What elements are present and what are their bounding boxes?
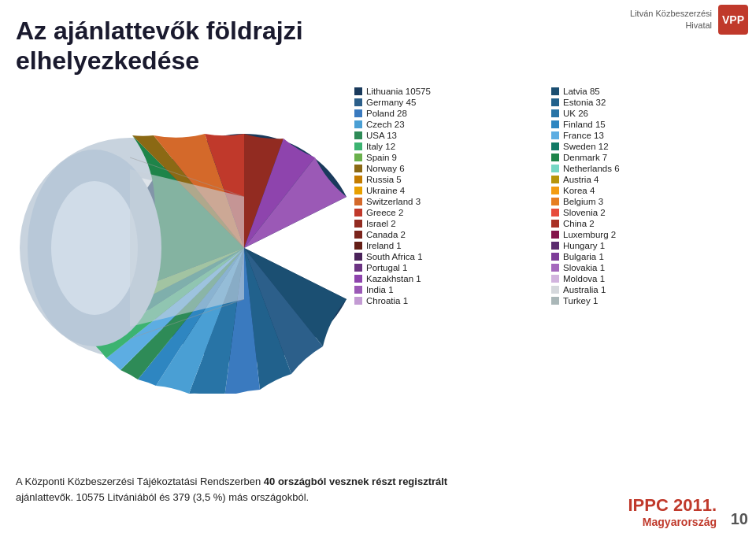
legend-color-dot (551, 264, 559, 272)
legend-label: Moldova 1 (563, 274, 605, 283)
legend-label: Czech 23 (366, 120, 405, 129)
legend-item: Belgium 3 (551, 197, 748, 206)
legend-color-dot (354, 154, 362, 161)
legend-item: Hungary 1 (551, 241, 748, 250)
legend-color-dot (551, 286, 559, 294)
legend-color-dot (551, 231, 559, 239)
legend-color-dot (354, 286, 362, 294)
legend-label: Portugal 1 (366, 263, 407, 272)
pie-chart (16, 94, 346, 394)
header: Litván Közbeszerzési Hivatal VPP (598, 0, 756, 39)
legend-label: Greece 2 (366, 208, 403, 217)
legend-item: Denmark 7 (551, 153, 748, 162)
legend-color-dot (551, 242, 559, 250)
legend-label: Switzerland 3 (366, 197, 421, 206)
legend-color-dot (551, 198, 559, 205)
legend-item: Estonia 32 (551, 98, 748, 107)
legend-item: USA 13 (354, 131, 551, 140)
legend-color-dot (354, 209, 362, 216)
legend-label: Lithuania 10575 (366, 87, 431, 96)
legend-item: Bulgaria 1 (551, 252, 748, 261)
legend-color-dot (551, 109, 559, 117)
legend-color-dot (354, 220, 362, 228)
legend-label: Slovakia 1 (563, 263, 605, 272)
title-line2: elhelyezkedése (16, 46, 199, 75)
legend-item: Czech 23 (354, 120, 551, 129)
legend-color-dot (354, 176, 362, 183)
legend-label: Sweden 12 (563, 142, 609, 151)
legend-label: UK 26 (563, 109, 588, 118)
legend-label: China 2 (563, 219, 595, 228)
legend-item: Canada 2 (354, 230, 551, 239)
legend-label: Denmark 7 (563, 153, 607, 162)
legend-label: Latvia 85 (563, 87, 600, 96)
logo: VPP (718, 5, 748, 35)
legend: Lithuania 10575Germany 45Poland 28Czech … (354, 87, 748, 305)
legend-color-dot (354, 253, 362, 261)
legend-item: UK 26 (551, 109, 748, 118)
connection-shape (130, 169, 244, 327)
legend-color-dot (354, 297, 362, 305)
legend-col2: Latvia 85Estonia 32UK 26Finland 15France… (551, 87, 748, 305)
ippc-badge: IPPC 2011. Magyarország (628, 495, 717, 528)
legend-item: Austria 4 (551, 175, 748, 184)
legend-color-dot (354, 231, 362, 239)
footer-text: A Központi Közbeszerzési Tájékoztatási R… (16, 474, 662, 505)
legend-item: Moldova 1 (551, 274, 748, 283)
legend-color-dot (551, 87, 559, 95)
legend-label: Kazakhstan 1 (366, 274, 421, 283)
legend-label: Slovenia 2 (563, 208, 606, 217)
legend-color-dot (354, 165, 362, 172)
legend-color-dot (354, 242, 362, 250)
legend-label: Chroatia 1 (366, 296, 408, 305)
legend-item: Chroatia 1 (354, 296, 551, 305)
legend-label: Poland 28 (366, 109, 407, 118)
legend-color-dot (354, 142, 362, 150)
legend-color-dot (551, 142, 559, 150)
page-title: Az ajánlattevők földrajzi elhelyezkedése (16, 16, 346, 76)
legend-label: France 13 (563, 131, 604, 140)
legend-item: Finland 15 (551, 120, 748, 129)
legend-label: Belgium 3 (563, 197, 603, 206)
legend-label: India 1 (366, 285, 394, 294)
legend-label: Australia 1 (563, 285, 606, 294)
legend-color-dot (551, 165, 559, 172)
legend-color-dot (551, 253, 559, 261)
legend-item: Slovenia 2 (551, 208, 748, 217)
legend-label: Spain 9 (366, 153, 397, 162)
legend-color-dot (354, 131, 362, 139)
legend-item: Poland 28 (354, 109, 551, 118)
legend-item: Israel 2 (354, 219, 551, 228)
legend-color-dot (354, 275, 362, 283)
legend-item: Ireland 1 (354, 241, 551, 250)
legend-item: Latvia 85 (551, 87, 748, 96)
header-text: Litván Közbeszerzési Hivatal (630, 8, 712, 32)
legend-label: USA 13 (366, 131, 397, 140)
legend-item: France 13 (551, 131, 748, 140)
page-number: 10 (731, 510, 748, 528)
legend-color-dot (354, 109, 362, 117)
legend-item: South Africa 1 (354, 252, 551, 261)
legend-item: Sweden 12 (551, 142, 748, 151)
legend-item: India 1 (354, 285, 551, 294)
legend-item: Russia 5 (354, 175, 551, 184)
legend-color-dot (551, 220, 559, 228)
legend-label: Ukraine 4 (366, 186, 405, 195)
legend-label: Finland 15 (563, 120, 606, 129)
legend-label: Estonia 32 (563, 98, 606, 107)
left-ellipse-inner (51, 181, 138, 315)
legend-item: Portugal 1 (354, 263, 551, 272)
legend-item: Spain 9 (354, 153, 551, 162)
legend-label: Bulgaria 1 (563, 252, 604, 261)
legend-label: Canada 2 (366, 230, 406, 239)
legend-item: Lithuania 10575 (354, 87, 551, 96)
legend-item: China 2 (551, 219, 748, 228)
legend-color-dot (551, 120, 559, 128)
legend-color-dot (354, 198, 362, 205)
legend-label: Norway 6 (366, 164, 405, 173)
legend-item: Netherlands 6 (551, 164, 748, 173)
legend-color-dot (551, 131, 559, 139)
legend-label: Israel 2 (366, 219, 396, 228)
legend-label: Turkey 1 (563, 296, 598, 305)
legend-label: South Africa 1 (366, 252, 423, 261)
